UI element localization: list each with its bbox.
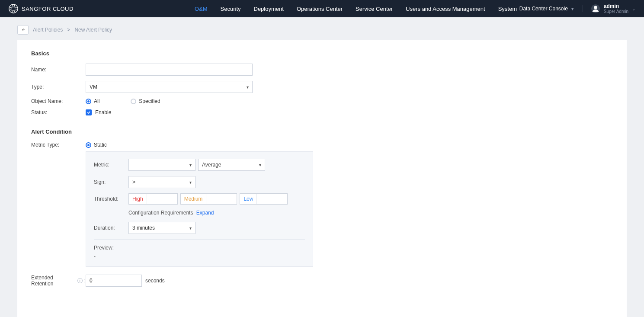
- radio-specified-label: Specified: [139, 98, 160, 104]
- type-select[interactable]: VM ▾: [86, 81, 253, 93]
- label-type: Type:: [31, 84, 86, 90]
- extended-retention-input[interactable]: [86, 275, 142, 287]
- condition-panel: Metric: ▾ Average ▾ Sign:: [86, 151, 313, 267]
- threshold-low-input[interactable]: [257, 194, 287, 204]
- arrow-left-icon: [20, 27, 26, 32]
- section-condition-title: Alert Condition: [31, 128, 613, 135]
- config-req-text: Configuration Requirements: [128, 210, 193, 216]
- nav-item-system[interactable]: System: [498, 6, 517, 12]
- unit-seconds: seconds: [145, 278, 165, 284]
- user-text: admin Super Admin: [604, 3, 628, 14]
- radio-icon: [131, 99, 136, 104]
- label-object-name: Object Name:: [31, 98, 86, 104]
- row-name: Name:: [31, 64, 613, 76]
- svg-point-0: [9, 4, 18, 13]
- chevron-down-icon: ▾: [259, 163, 261, 167]
- aggregation-select[interactable]: Average ▾: [198, 159, 265, 171]
- duration-select-value: 3 minutes: [132, 225, 155, 231]
- breadcrumb: Alert Policies > New Alert Policy: [0, 17, 644, 40]
- breadcrumb-current: New Alert Policy: [74, 27, 112, 33]
- threshold-medium-input[interactable]: [206, 194, 237, 204]
- brand-icon: [9, 4, 18, 13]
- topbar-right: Data Center Console ▼ admin Super Admin …: [519, 3, 635, 14]
- radio-icon: [86, 99, 91, 104]
- radio-all[interactable]: All: [86, 98, 99, 104]
- threshold-medium: Medium: [180, 193, 237, 205]
- row-object-name: Object Name: All Specified: [31, 98, 613, 104]
- label-name: Name:: [31, 67, 86, 73]
- label-metric: Metric:: [94, 162, 128, 168]
- label-status: Status:: [31, 109, 86, 115]
- label-sign: Sign:: [94, 179, 128, 185]
- console-label: Data Center Console: [519, 6, 568, 12]
- sign-select[interactable]: > ▾: [128, 176, 195, 188]
- console-selector[interactable]: Data Center Console ▼: [519, 6, 575, 12]
- section-basics-title: Basics: [31, 50, 613, 57]
- agg-select-value: Average: [202, 162, 221, 168]
- nav-item-security[interactable]: Security: [221, 6, 241, 12]
- nav-menu: O&M Security Deployment Operations Cente…: [195, 6, 517, 12]
- radio-static-label: Static: [94, 142, 107, 148]
- user-name: admin: [604, 3, 628, 9]
- topbar: SANGFOR CLOUD O&M Security Deployment Op…: [0, 0, 644, 17]
- nav-item-deployment[interactable]: Deployment: [254, 6, 284, 12]
- name-input[interactable]: [86, 64, 253, 76]
- chevron-down-icon: ▾: [189, 180, 192, 185]
- label-preview: Preview:: [94, 245, 305, 251]
- status-checkbox-wrap[interactable]: Enable: [86, 109, 111, 115]
- separator: [583, 5, 583, 12]
- type-select-value: VM: [90, 84, 97, 90]
- nav-item-om[interactable]: O&M: [195, 6, 208, 12]
- threshold-medium-label: Medium: [181, 194, 207, 204]
- status-enable-label: Enable: [95, 109, 111, 115]
- object-name-radio-group: All Specified: [86, 98, 160, 104]
- svg-point-1: [12, 4, 15, 13]
- user-role: Super Admin: [604, 9, 628, 14]
- chevron-down-icon: ▾: [189, 226, 192, 231]
- nav-item-service-center[interactable]: Service Center: [356, 6, 393, 12]
- nav-item-operations-center[interactable]: Operations Center: [297, 6, 343, 12]
- threshold-low: Low: [240, 193, 288, 205]
- radio-specified[interactable]: Specified: [131, 98, 160, 104]
- checkbox-icon: [86, 109, 92, 115]
- preview-value: -: [94, 253, 305, 259]
- duration-select[interactable]: 3 minutes ▾: [128, 222, 195, 234]
- divider: [94, 239, 305, 240]
- row-extended-retention: Extended Retention i : seconds: [31, 275, 613, 287]
- row-type: Type: VM ▾: [31, 81, 613, 93]
- svg-point-3: [594, 6, 597, 9]
- brand-logo: SANGFOR CLOUD: [9, 4, 74, 13]
- breadcrumb-sep: >: [67, 27, 70, 33]
- label-metric-type: Metric Type:: [31, 142, 86, 148]
- radio-icon: [86, 142, 91, 148]
- row-status: Status: Enable: [31, 109, 613, 115]
- back-button[interactable]: [17, 25, 29, 35]
- expand-link[interactable]: Expand: [196, 210, 214, 216]
- row-threshold: Threshold: High Medium Low: [94, 193, 305, 205]
- info-icon[interactable]: i: [77, 278, 83, 283]
- metric-select[interactable]: ▾: [128, 159, 195, 171]
- radio-static[interactable]: Static: [86, 142, 313, 148]
- main-card: Basics Name: Type: VM ▾ Object Name: All…: [17, 40, 627, 317]
- chevron-down-icon: ▾: [247, 85, 249, 90]
- threshold-low-label: Low: [240, 194, 257, 204]
- sign-select-value: >: [132, 179, 135, 185]
- row-metric-type: Metric Type: Static Metric: ▾ Average: [31, 142, 613, 267]
- chevron-down-icon: ▼: [570, 6, 575, 11]
- row-sign: Sign: > ▾: [94, 176, 305, 188]
- radio-all-label: All: [94, 98, 99, 104]
- chevron-down-icon: ⌄: [632, 6, 635, 11]
- threshold-high-input[interactable]: [147, 194, 177, 204]
- threshold-high-label: High: [129, 194, 147, 204]
- breadcrumb-parent[interactable]: Alert Policies: [33, 27, 63, 33]
- label-threshold: Threshold:: [94, 196, 128, 202]
- user-menu[interactable]: admin Super Admin ⌄: [591, 3, 635, 14]
- threshold-high: High: [128, 193, 178, 205]
- label-duration: Duration:: [94, 225, 128, 231]
- chevron-down-icon: ▾: [189, 163, 192, 167]
- avatar-icon: [591, 4, 600, 13]
- row-duration: Duration: 3 minutes ▾: [94, 222, 305, 234]
- brand-text: SANGFOR CLOUD: [22, 6, 74, 12]
- nav-item-users-access[interactable]: Users and Access Management: [406, 6, 485, 12]
- config-requirements: Configuration Requirements Expand: [128, 210, 305, 216]
